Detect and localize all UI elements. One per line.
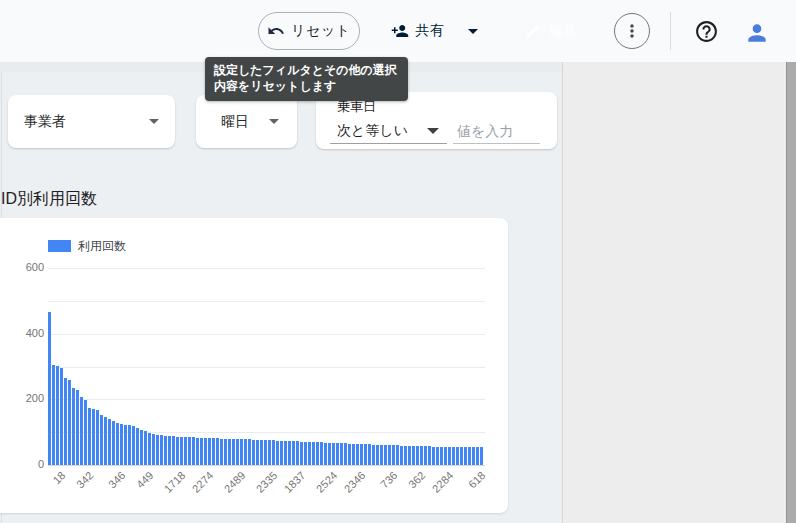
bar[interactable] xyxy=(140,430,143,465)
bar[interactable] xyxy=(84,400,87,465)
bar[interactable] xyxy=(100,415,103,465)
bar[interactable] xyxy=(280,441,283,465)
bar[interactable] xyxy=(424,446,427,465)
bar[interactable] xyxy=(344,443,347,465)
bar[interactable] xyxy=(268,440,271,465)
bar[interactable] xyxy=(236,439,239,465)
bar[interactable] xyxy=(208,438,211,465)
edit-button[interactable]: 編集 xyxy=(504,12,599,50)
bar[interactable] xyxy=(124,425,127,465)
bar[interactable] xyxy=(352,444,355,465)
bar[interactable] xyxy=(120,424,123,465)
bar[interactable] xyxy=(464,447,467,465)
bar[interactable] xyxy=(180,437,183,465)
bar[interactable] xyxy=(260,440,263,465)
bar[interactable] xyxy=(368,444,371,465)
bar[interactable] xyxy=(416,446,419,465)
bar[interactable] xyxy=(392,445,395,465)
bar[interactable] xyxy=(276,441,279,465)
bar[interactable] xyxy=(284,441,287,465)
bar[interactable] xyxy=(80,397,83,465)
filter-weekday-dropdown[interactable]: 曜日 xyxy=(196,95,297,148)
bar[interactable] xyxy=(184,437,187,465)
bar[interactable] xyxy=(376,445,379,465)
bar[interactable] xyxy=(380,445,383,465)
bar[interactable] xyxy=(144,431,147,465)
bar[interactable] xyxy=(340,443,343,465)
bar[interactable] xyxy=(468,447,471,465)
bar[interactable] xyxy=(348,444,351,465)
bar[interactable] xyxy=(400,446,403,465)
share-options-button[interactable] xyxy=(459,12,487,50)
bar[interactable] xyxy=(116,423,119,465)
bar[interactable] xyxy=(72,388,75,465)
bar[interactable] xyxy=(48,312,51,465)
bar[interactable] xyxy=(364,444,367,465)
bar[interactable] xyxy=(472,447,475,465)
bar[interactable] xyxy=(264,440,267,465)
bar[interactable] xyxy=(168,436,171,465)
bar[interactable] xyxy=(444,447,447,465)
bar[interactable] xyxy=(252,440,255,465)
bar[interactable] xyxy=(104,417,107,465)
bar[interactable] xyxy=(60,368,63,465)
help-button[interactable] xyxy=(692,17,720,45)
bar[interactable] xyxy=(148,433,151,465)
bar[interactable] xyxy=(64,378,67,465)
bar[interactable] xyxy=(88,408,91,465)
condition-select[interactable]: 次と等しい xyxy=(330,119,447,144)
bar[interactable] xyxy=(112,421,115,465)
reset-button[interactable]: リセット xyxy=(258,12,360,50)
bar[interactable] xyxy=(56,366,59,465)
bar[interactable] xyxy=(248,439,251,465)
bar[interactable] xyxy=(232,439,235,465)
bar[interactable] xyxy=(300,442,303,465)
bar[interactable] xyxy=(476,447,479,465)
bar[interactable] xyxy=(412,446,415,465)
bar[interactable] xyxy=(188,437,191,465)
bar[interactable] xyxy=(224,439,227,465)
vertical-scrollbar[interactable] xyxy=(786,62,796,523)
bar[interactable] xyxy=(192,437,195,465)
bar[interactable] xyxy=(456,447,459,465)
bar[interactable] xyxy=(480,447,483,465)
bar[interactable] xyxy=(68,380,71,465)
bar[interactable] xyxy=(388,445,391,465)
bar[interactable] xyxy=(156,435,159,465)
bar[interactable] xyxy=(372,445,375,465)
bar[interactable] xyxy=(152,434,155,465)
bar[interactable] xyxy=(428,446,431,465)
avatar[interactable] xyxy=(742,16,772,46)
bar[interactable] xyxy=(436,447,439,465)
bar[interactable] xyxy=(220,439,223,465)
bar[interactable] xyxy=(432,447,435,465)
bar[interactable] xyxy=(256,440,259,465)
bar[interactable] xyxy=(336,443,339,465)
bar[interactable] xyxy=(324,443,327,465)
bar[interactable] xyxy=(164,436,167,465)
bar[interactable] xyxy=(196,438,199,465)
bar[interactable] xyxy=(244,439,247,465)
bar[interactable] xyxy=(452,447,455,465)
filter-operator-dropdown[interactable]: 事業者 xyxy=(8,95,175,148)
bar[interactable] xyxy=(76,390,79,465)
bar[interactable] xyxy=(272,440,275,465)
bar[interactable] xyxy=(448,447,451,465)
bar[interactable] xyxy=(92,409,95,465)
bar[interactable] xyxy=(52,365,55,465)
bar[interactable] xyxy=(288,441,291,465)
share-button[interactable]: 共有 xyxy=(378,12,457,50)
bar[interactable] xyxy=(108,419,111,465)
bar[interactable] xyxy=(304,442,307,465)
bar[interactable] xyxy=(204,438,207,465)
bar[interactable] xyxy=(360,444,363,465)
bar[interactable] xyxy=(320,442,323,465)
bar[interactable] xyxy=(296,441,299,465)
bar[interactable] xyxy=(308,442,311,465)
bar[interactable] xyxy=(332,443,335,465)
bar[interactable] xyxy=(96,410,99,465)
bar[interactable] xyxy=(440,447,443,465)
bar[interactable] xyxy=(396,445,399,465)
bar[interactable] xyxy=(356,444,359,465)
bar[interactable] xyxy=(212,438,215,465)
